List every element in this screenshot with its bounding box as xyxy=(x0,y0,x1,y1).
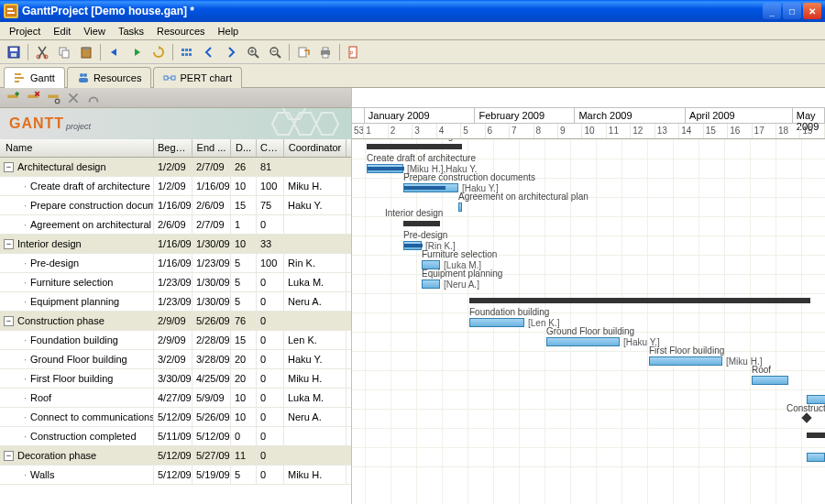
task-bar[interactable] xyxy=(546,337,620,346)
summary-bar[interactable] xyxy=(807,433,825,438)
svg-rect-37 xyxy=(164,76,168,80)
tree-connector xyxy=(4,354,22,366)
task-row[interactable]: ·Pre-design1/16/091/23/095100Rin K. xyxy=(0,254,351,273)
col-name[interactable]: Name xyxy=(0,139,154,157)
minimize-button[interactable]: _ xyxy=(763,3,781,19)
task-row[interactable]: −Decoration phase5/12/095/27/09110 xyxy=(0,446,351,466)
cell-begin: 1/16/09 xyxy=(154,196,192,214)
tab-resources[interactable]: Resources xyxy=(67,67,152,88)
task-bar[interactable] xyxy=(367,164,403,173)
task-row[interactable]: ·Furniture selection1/23/091/30/0950Luka… xyxy=(0,273,351,292)
refresh-button[interactable] xyxy=(148,42,169,62)
task-row[interactable]: −Architectural design1/2/092/7/092681 xyxy=(0,158,351,177)
zoom-in-button[interactable] xyxy=(243,42,263,62)
task-properties-button[interactable] xyxy=(44,89,62,107)
task-row[interactable]: ·Walls5/12/095/19/0950Miku H. xyxy=(0,466,351,485)
menu-tasks[interactable]: Tasks xyxy=(113,24,149,38)
task-row[interactable]: ·Connect to communications5/12/095/26/09… xyxy=(0,408,351,427)
task-new-button[interactable] xyxy=(4,89,22,107)
cell-dur: 1 xyxy=(231,215,257,234)
task-bar[interactable] xyxy=(469,318,524,327)
menu-edit[interactable]: Edit xyxy=(48,24,76,38)
task-row[interactable]: −Construction phase2/9/095/26/09760 xyxy=(0,312,351,331)
week-label: 10 xyxy=(582,124,606,138)
tab-pert[interactable]: PERT chart xyxy=(153,67,241,88)
month-label: March 2009 xyxy=(575,108,686,123)
menu-view[interactable]: View xyxy=(78,24,111,38)
zoom-out-button[interactable] xyxy=(265,42,285,62)
task-delete-button[interactable] xyxy=(24,89,42,107)
task-row[interactable]: ·Agreement on architectural plan2/6/092/… xyxy=(0,215,351,235)
task-bar[interactable] xyxy=(649,356,722,366)
col-completion[interactable]: Co... xyxy=(257,139,284,157)
bar-label: Prepare construction documents xyxy=(403,172,535,182)
task-link-button[interactable] xyxy=(84,89,103,107)
milestone-marker[interactable] xyxy=(801,412,811,422)
cell-dur: 10 xyxy=(231,408,257,426)
task-bar[interactable] xyxy=(458,203,462,212)
save-button[interactable] xyxy=(4,42,24,62)
task-row[interactable]: ·Create draft of architecture1/2/091/16/… xyxy=(0,177,351,196)
expander-icon[interactable]: − xyxy=(4,239,14,249)
task-row[interactable]: ·Roof4/27/095/9/09100Luka M. xyxy=(0,389,351,408)
expander-icon[interactable]: − xyxy=(4,162,14,172)
window-title: GanttProject [Demo house.gan] * xyxy=(22,5,763,17)
prev-button[interactable] xyxy=(199,42,219,62)
copy-button[interactable] xyxy=(54,42,74,62)
col-duration[interactable]: D... xyxy=(231,139,257,157)
tab-gantt-label: Gantt xyxy=(30,72,55,83)
bar-label: Ground Floor building xyxy=(546,326,634,336)
menu-project[interactable]: Project xyxy=(4,24,46,38)
expander-icon[interactable]: − xyxy=(4,451,14,461)
next-button[interactable] xyxy=(221,42,241,62)
print-button[interactable] xyxy=(315,42,336,62)
redo-button[interactable] xyxy=(126,42,147,62)
close-button[interactable]: ✕ xyxy=(803,3,821,19)
task-bar[interactable] xyxy=(422,279,440,289)
goto-button[interactable] xyxy=(177,42,197,62)
task-row[interactable]: ·Ground Floor building3/2/093/28/09200Ha… xyxy=(0,350,351,369)
task-unlink-button[interactable] xyxy=(64,89,82,107)
cell-end: 3/28/09 xyxy=(192,350,231,368)
menu-resources[interactable]: Resources xyxy=(151,24,211,38)
bar-label: Create draft of architecture xyxy=(367,153,476,163)
cut-button[interactable] xyxy=(32,42,52,62)
col-coordinator[interactable]: Coordinator xyxy=(284,139,346,157)
gantt-body[interactable]: Architectural designCreate draft of arch… xyxy=(352,139,825,504)
paste-button[interactable] xyxy=(76,42,96,62)
task-bar[interactable] xyxy=(403,241,422,250)
cell-dur: 5 xyxy=(231,254,257,272)
bar-label: Architectural design xyxy=(378,139,458,141)
tab-gantt[interactable]: Gantt xyxy=(4,67,65,88)
task-row[interactable]: ·Construction completed5/11/095/12/0900 xyxy=(0,427,351,446)
logo-sub: project xyxy=(66,122,91,131)
pdf-button[interactable]: P xyxy=(344,42,364,62)
task-name: Construction completed xyxy=(30,431,137,442)
task-bar[interactable] xyxy=(403,183,458,192)
task-row[interactable]: ·Prepare construction documents1/16/092/… xyxy=(0,196,351,215)
cell-dur: 0 xyxy=(231,427,257,445)
cell-end: 2/6/09 xyxy=(192,196,231,214)
week-label: 14 xyxy=(679,124,703,138)
task-row[interactable]: −Interior design1/16/091/30/091033 xyxy=(0,235,351,254)
col-end[interactable]: End ... xyxy=(192,139,231,157)
cell-coord: Neru A. xyxy=(284,292,346,311)
maximize-button[interactable]: □ xyxy=(783,3,801,19)
export-button[interactable] xyxy=(293,42,314,62)
svg-rect-16 xyxy=(185,53,188,56)
week-label: 19 xyxy=(800,124,824,138)
bar-label: Foundation building xyxy=(469,307,549,317)
summary-bar[interactable] xyxy=(367,144,462,149)
summary-bar[interactable] xyxy=(403,221,440,226)
summary-bar[interactable] xyxy=(469,298,810,303)
task-row[interactable]: ·First Floor building3/30/094/25/09200Mi… xyxy=(0,369,351,389)
undo-button[interactable] xyxy=(104,42,125,62)
col-begin[interactable]: Begin d... xyxy=(154,139,192,157)
menu-help[interactable]: Help xyxy=(213,24,245,38)
task-bar[interactable] xyxy=(752,376,788,385)
task-row[interactable]: ·Foundation building2/9/092/28/09150Len … xyxy=(0,331,351,350)
task-tree[interactable]: −Architectural design1/2/092/7/092681 ·C… xyxy=(0,158,351,504)
task-bar[interactable] xyxy=(807,453,825,462)
expander-icon[interactable]: − xyxy=(4,316,14,326)
task-row[interactable]: ·Equipment planning1/23/091/30/0950Neru … xyxy=(0,292,351,312)
